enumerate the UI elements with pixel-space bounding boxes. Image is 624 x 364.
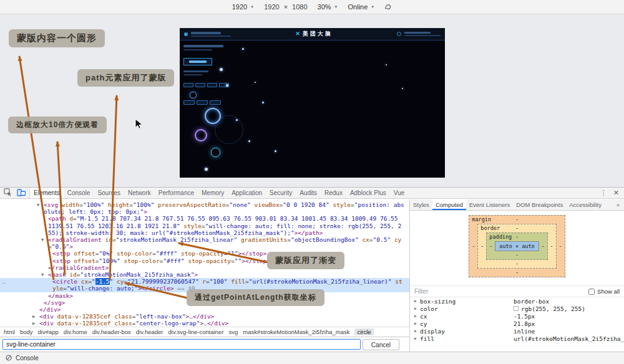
expand-arrow-icon[interactable]: ▶ [414, 328, 420, 333]
dom-tree-node[interactable]: </radialGradient> [0, 264, 409, 271]
elements-panel: ▼<svg width="100%" height="100%" preserv… [0, 199, 409, 327]
box-model-content: auto × auto [495, 241, 539, 251]
tab-redux[interactable]: Redux [321, 188, 346, 198]
sidebar-tab-computed[interactable]: Computed [432, 199, 466, 210]
tab-security[interactable]: Security [266, 188, 296, 198]
tab-application[interactable]: Application [228, 188, 266, 198]
expand-arrow-icon[interactable]: ▶ [414, 336, 420, 341]
preview-nav-button [183, 58, 212, 65]
chevron-down-icon: ▼ [371, 5, 374, 9]
property-value: rgb(255, 255, 255) [514, 305, 585, 312]
chevron-down-icon: ▼ [250, 5, 254, 9]
breadcrumb-item[interactable]: body [20, 328, 33, 335]
sidebar-tab-event-listeners[interactable]: Event Listeners [466, 199, 513, 210]
preview-site-logo: ✕美团大脑 [295, 30, 333, 38]
dom-tree-node[interactable]: ▶<div data-v-12835cef class="left-nav-bo… [0, 313, 409, 320]
tab-audits[interactable]: Audits [296, 188, 321, 198]
computed-property-row[interactable]: ▶fillurl(#strokeMotionMask_2i5fziha_line… [410, 335, 624, 342]
computed-filter-row: Show all [410, 285, 624, 297]
dom-tree-node[interactable]: <stop offset="0%" stop-color="#fff" stop… [0, 250, 409, 257]
tab-sources[interactable]: Sources [94, 188, 124, 198]
breadcrumb-item[interactable]: html [4, 328, 15, 335]
drawer-tab-bar: Console [0, 352, 624, 364]
tab-network[interactable]: Network [124, 188, 155, 198]
device-toolbar: 1920 ▼ 1920 × 1080 30% ▼ Online ▼ [0, 0, 624, 14]
expand-arrow-icon[interactable]: ▶ [414, 299, 420, 304]
sidebar-tab-dom-breakpoints[interactable]: DOM Breakpoints [513, 199, 566, 210]
annotation-label-path-mask: path元素应用了蒙版 [77, 69, 174, 87]
property-name: display [420, 328, 445, 335]
sidebar-tab-accessibility[interactable]: Accessibility [566, 199, 605, 210]
tab-vue[interactable]: Vue [390, 188, 408, 198]
collapse-arrow-icon[interactable]: ▼ [37, 202, 39, 209]
device-select[interactable]: 1920 ▼ [232, 3, 254, 11]
search-input[interactable] [2, 339, 361, 350]
tab-memory[interactable]: Memory [198, 188, 228, 198]
show-all-toggle[interactable]: Show all [588, 288, 620, 295]
property-value: -1.5px [514, 313, 535, 320]
filter-input[interactable] [414, 288, 588, 295]
property-name: color [420, 305, 438, 312]
tab-overflow-chevron[interactable]: » [612, 199, 624, 210]
show-all-checkbox[interactable] [588, 289, 595, 295]
preview-header-icon [397, 32, 401, 36]
breadcrumb-item[interactable]: div.header [136, 328, 163, 335]
dom-tree-node[interactable]: ▶<div data-v-12835cef class="center-logo… [0, 320, 409, 327]
computed-property-row[interactable]: ▶displayinline [410, 327, 624, 335]
graph-node [195, 129, 207, 141]
collapse-arrow-icon[interactable]: ▼ [41, 237, 44, 244]
dom-tree-node[interactable]: ▼<svg width="100%" height="100%" preserv… [0, 201, 409, 215]
dom-tree-node[interactable]: </div> [0, 306, 409, 313]
property-name: cx [420, 313, 427, 320]
sidebar-tab-styles[interactable]: Styles [410, 199, 432, 210]
breadcrumb-item[interactable]: div.svg-line-container [168, 328, 224, 335]
annotation-label-mask-gradient: 蒙版应用了渐变 [267, 252, 344, 269]
tab-adblock-plus[interactable]: Adblock Plus [346, 188, 390, 198]
property-value: border-box [514, 298, 549, 305]
computed-property-row[interactable]: ▶box-sizingborder-box [410, 297, 624, 305]
zoom-select[interactable]: 30% ▼ [318, 3, 338, 11]
rotate-viewport-icon[interactable] [384, 3, 392, 11]
throttling-select[interactable]: Online ▼ [348, 3, 375, 11]
tab-elements[interactable]: Elements [30, 188, 64, 198]
color-swatch[interactable] [514, 306, 519, 311]
breadcrumb-item[interactable]: circle [354, 328, 373, 335]
close-devtools-icon[interactable]: ✕ [613, 189, 619, 196]
computed-property-row[interactable]: ▶cx-1.5px [410, 312, 624, 320]
cancel-button[interactable]: Cancel [363, 339, 399, 350]
expand-arrow-icon[interactable]: ▶ [414, 321, 420, 326]
devtools-tabs: ElementsConsoleSourcesNetworkPerformance… [30, 188, 408, 198]
page-preview[interactable]: ✕美团大脑 [180, 28, 445, 178]
device-select-value: 1920 [232, 3, 247, 11]
dom-tree-node[interactable]: ▼<mask id="strokeMotionMask_2i5fziha_mas… [0, 271, 409, 278]
breadcrumb-item[interactable]: svg [229, 328, 238, 335]
breadcrumb-item[interactable]: div.header-box [92, 328, 131, 335]
viewport-width-input[interactable]: 1920 [264, 3, 279, 11]
gutter-ellipsis-icon[interactable]: … [2, 278, 6, 285]
expand-arrow-icon[interactable]: ▶ [414, 314, 420, 318]
chevron-down-icon: ▼ [334, 5, 338, 9]
expand-arrow-icon[interactable]: ▶ [32, 320, 35, 327]
expand-arrow-icon[interactable]: ▶ [414, 306, 420, 311]
dom-tree-node[interactable]: <stop offset="100%" stop-color="#fff" st… [0, 257, 409, 264]
breadcrumb: htmlbodydiv#appdiv.homediv.header-boxdiv… [0, 327, 409, 337]
box-model-margin-label: margin [472, 216, 491, 224]
computed-property-row[interactable]: ▶colorrgb(255, 255, 255) [410, 305, 624, 312]
breadcrumb-item[interactable]: div#app [38, 328, 59, 335]
more-options-icon[interactable]: ⋮ [600, 189, 607, 196]
breadcrumb-item[interactable]: mask#strokeMotionMask_2i5fziha_mask [243, 328, 349, 335]
inspect-element-icon[interactable] [4, 188, 12, 198]
dom-tree-node[interactable]: <path d="M-1.5 21.8 707.34 21.8 767.51 7… [0, 215, 409, 236]
viewport-height-input[interactable]: 1080 [292, 3, 307, 11]
property-value: inline [514, 328, 535, 335]
throttling-select-value: Online [348, 3, 368, 11]
drawer-tab-console[interactable]: Console [16, 355, 39, 362]
tab-console[interactable]: Console [64, 188, 94, 198]
tab-performance[interactable]: Performance [155, 188, 198, 198]
dimension-separator: × [284, 3, 288, 11]
computed-property-row[interactable]: ▶cy21.8px [410, 320, 624, 327]
device-toolbar-icon[interactable] [17, 188, 26, 198]
dom-tree-node[interactable]: ▼<radialGradient id="strokeMotionMask_2i… [0, 236, 409, 250]
preview-page-header: ✕美团大脑 [180, 28, 445, 41]
breadcrumb-item[interactable]: div.home [64, 328, 87, 335]
